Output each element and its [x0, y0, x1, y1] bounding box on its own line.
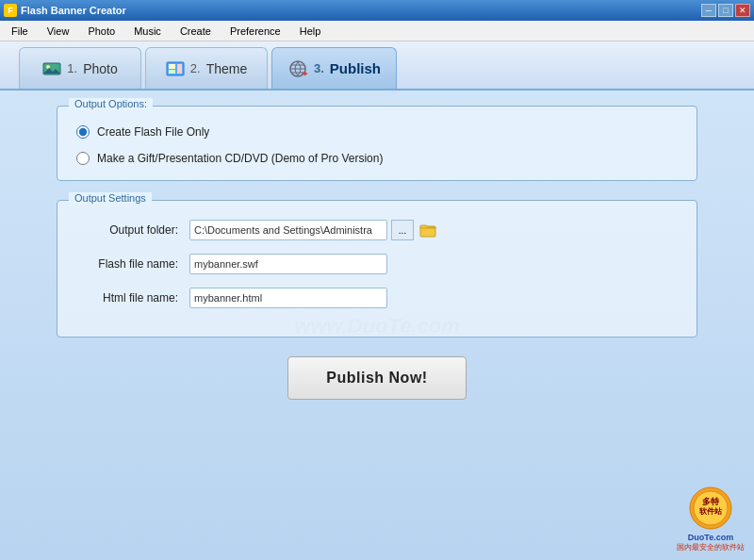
theme-icon: [166, 61, 185, 76]
tab-publish[interactable]: 3. Publish: [271, 47, 397, 89]
radio-gift-cd[interactable]: Make a Gift/Presentation CD/DVD (Demo of…: [76, 152, 678, 165]
bottom-logo: 多特 软件站 DuoTe.com 国内最安全的软件站: [677, 486, 745, 552]
menu-preference[interactable]: Preference: [222, 24, 288, 39]
output-settings-legend: Output Settings: [69, 192, 152, 204]
app-title: Flash Banner Creator: [21, 5, 126, 16]
title-bar: F Flash Banner Creator ─ □ ✕: [0, 0, 754, 21]
tab-publish-number: 3.: [314, 61, 324, 75]
radio-group: Create Flash File Only Make a Gift/Prese…: [76, 125, 678, 165]
photo-icon: [42, 61, 61, 76]
tab-bar: 1. Photo 2. Theme 3. Publish: [0, 41, 754, 91]
menu-view[interactable]: View: [40, 24, 77, 39]
logo-site: DuoTe.com: [677, 533, 745, 542]
menu-bar: File View Photo Music Create Preference …: [0, 21, 754, 41]
svg-rect-5: [169, 70, 175, 74]
radio-flash-only-input[interactable]: [76, 125, 90, 139]
flash-name-input[interactable]: [189, 254, 387, 274]
flash-name-row: Flash file name:: [76, 254, 678, 274]
title-bar-left: F Flash Banner Creator: [4, 4, 126, 17]
html-name-input[interactable]: [189, 288, 387, 308]
flash-name-label: Flash file name:: [76, 257, 189, 271]
title-bar-buttons: ─ □ ✕: [701, 4, 750, 17]
minimize-button[interactable]: ─: [701, 4, 716, 17]
radio-gift-cd-input[interactable]: [76, 152, 90, 165]
radio-gift-cd-label: Make a Gift/Presentation CD/DVD (Demo of…: [97, 152, 383, 165]
tab-theme-label: Theme: [206, 61, 248, 76]
main-content: www.DuoTe.com Output Options: Create Fla…: [0, 91, 754, 560]
tab-photo-number: 1.: [67, 61, 77, 75]
menu-help[interactable]: Help: [292, 24, 329, 39]
radio-flash-only[interactable]: Create Flash File Only: [76, 125, 678, 139]
browse-button[interactable]: ...: [391, 220, 414, 240]
publish-icon: [287, 60, 308, 77]
tab-photo[interactable]: 1. Photo: [19, 47, 141, 89]
publish-container: Publish Now!: [57, 356, 697, 400]
output-folder-label: Output folder:: [76, 223, 189, 237]
svg-text:多特: 多特: [702, 497, 720, 506]
html-name-row: Html file name:: [76, 288, 678, 308]
svg-text:软件站: 软件站: [698, 507, 723, 516]
output-options-box: Output Options: Create Flash File Only M…: [57, 106, 697, 181]
app-icon: F: [4, 4, 17, 17]
svg-rect-6: [177, 64, 182, 74]
close-button[interactable]: ✕: [735, 4, 750, 17]
output-options-legend: Output Options:: [69, 98, 153, 109]
output-folder-input[interactable]: [189, 220, 387, 240]
tab-publish-label: Publish: [330, 60, 381, 76]
menu-create[interactable]: Create: [172, 24, 219, 39]
logo-graphic: 多特 软件站: [688, 486, 733, 531]
menu-music[interactable]: Music: [126, 24, 169, 39]
html-name-label: Html file name:: [76, 291, 189, 305]
svg-rect-4: [169, 64, 175, 69]
tab-theme-number: 2.: [190, 61, 201, 75]
menu-file[interactable]: File: [4, 24, 36, 39]
open-folder-button[interactable]: [418, 220, 438, 240]
tab-theme[interactable]: 2. Theme: [145, 47, 268, 89]
menu-photo[interactable]: Photo: [80, 24, 123, 39]
radio-flash-only-label: Create Flash File Only: [97, 125, 209, 139]
folder-icon: [419, 222, 436, 238]
output-folder-row: Output folder: ...: [76, 220, 678, 240]
maximize-button[interactable]: □: [718, 4, 733, 17]
tab-photo-label: Photo: [83, 61, 118, 76]
output-settings-box: Output Settings Output folder: ... Flash…: [57, 200, 697, 338]
publish-now-button[interactable]: Publish Now!: [287, 356, 467, 400]
logo-tagline: 国内最安全的软件站: [677, 542, 745, 552]
